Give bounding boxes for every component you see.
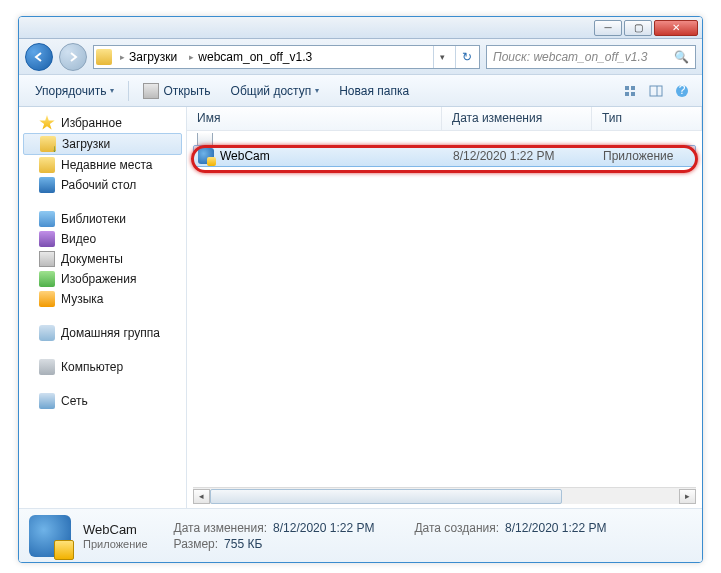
details-main: WebCam Приложение: [83, 522, 148, 550]
forward-button[interactable]: [59, 43, 87, 71]
toolbar-divider: [128, 81, 129, 101]
network-icon: [39, 393, 55, 409]
tree-libraries[interactable]: Библиотеки: [19, 209, 186, 229]
open-button[interactable]: Открыть: [135, 80, 218, 102]
svg-rect-0: [625, 86, 629, 90]
download-icon: [40, 136, 56, 152]
share-label: Общий доступ: [231, 84, 312, 98]
toolbar: Упорядочить ▾ Открыть Общий доступ ▾ Нов…: [19, 75, 702, 107]
folder-icon: [39, 157, 55, 173]
details-props: Дата изменения:8/12/2020 1:22 PM Размер:…: [174, 521, 607, 551]
svg-text:?: ?: [679, 84, 686, 97]
star-icon: [39, 115, 55, 131]
desktop-icon: [39, 177, 55, 193]
nav-row: ▸ Загрузки ▸ webcam_on_off_v1.3 ▾ ↻ Поис…: [19, 39, 702, 75]
svg-rect-4: [650, 86, 662, 96]
col-date[interactable]: Дата изменения: [442, 107, 592, 130]
titlebar: ─ ▢ ✕: [19, 17, 702, 39]
address-bar[interactable]: ▸ Загрузки ▸ webcam_on_off_v1.3 ▾ ↻: [93, 45, 480, 69]
music-icon: [39, 291, 55, 307]
column-headers: Имя Дата изменения Тип: [187, 107, 702, 131]
tree-downloads[interactable]: Загрузки: [23, 133, 182, 155]
file-date: 8/12/2020 1:22 PM: [453, 149, 603, 163]
horizontal-scrollbar[interactable]: ◂ ▸: [193, 487, 696, 504]
image-icon: [39, 271, 55, 287]
tree-label: Компьютер: [61, 360, 123, 374]
view-button[interactable]: [618, 80, 642, 102]
file-row-partial: [187, 133, 702, 145]
tree-label: Домашняя группа: [61, 326, 160, 340]
details-created-val: 8/12/2020 1:22 PM: [505, 521, 606, 535]
scroll-left-button[interactable]: ◂: [193, 489, 210, 504]
computer-icon: [39, 359, 55, 375]
body: Избранное Загрузки Недавние места Рабочи…: [19, 107, 702, 508]
toolbar-right: ?: [618, 80, 694, 102]
folder-icon: [96, 49, 112, 65]
scroll-track[interactable]: [210, 489, 679, 504]
scroll-thumb[interactable]: [210, 489, 562, 504]
tree-recent[interactable]: Недавние места: [19, 155, 186, 175]
help-button[interactable]: ?: [670, 80, 694, 102]
address-dropdown[interactable]: ▾: [433, 46, 451, 68]
tree-favorites[interactable]: Избранное: [19, 113, 186, 133]
tree-desktop[interactable]: Рабочий стол: [19, 175, 186, 195]
tree-label: Рабочий стол: [61, 178, 136, 192]
file-icon: [197, 133, 213, 145]
breadcrumb-seg[interactable]: ▸ webcam_on_off_v1.3: [185, 50, 316, 64]
tree-videos[interactable]: Видео: [19, 229, 186, 249]
breadcrumb-label: Загрузки: [129, 50, 177, 64]
organize-label: Упорядочить: [35, 84, 106, 98]
col-name[interactable]: Имя: [187, 107, 442, 130]
tree-label: Сеть: [61, 394, 88, 408]
details-modified-val: 8/12/2020 1:22 PM: [273, 521, 374, 535]
open-label: Открыть: [163, 84, 210, 98]
tree-documents[interactable]: Документы: [19, 249, 186, 269]
maximize-button[interactable]: ▢: [624, 20, 652, 36]
nav-tree: Избранное Загрузки Недавние места Рабочи…: [19, 107, 187, 508]
newfolder-label: Новая папка: [339, 84, 409, 98]
file-list-area: Имя Дата изменения Тип WebCam 8/12/2020 …: [187, 107, 702, 508]
tree-music[interactable]: Музыка: [19, 289, 186, 309]
library-icon: [39, 211, 55, 227]
search-input[interactable]: Поиск: webcam_on_off_v1.3 🔍: [486, 45, 696, 69]
details-created-key: Дата создания:: [414, 521, 499, 535]
breadcrumb-label: webcam_on_off_v1.3: [198, 50, 312, 64]
app-icon: [198, 148, 214, 164]
tree-label: Изображения: [61, 272, 136, 286]
tree-network[interactable]: Сеть: [19, 391, 186, 411]
tree-label: Недавние места: [61, 158, 152, 172]
preview-pane-button[interactable]: [644, 80, 668, 102]
tree-homegroup[interactable]: Домашняя группа: [19, 323, 186, 343]
svg-rect-1: [631, 86, 635, 90]
file-type: Приложение: [603, 149, 695, 163]
back-button[interactable]: [25, 43, 53, 71]
details-size-val: 755 КБ: [224, 537, 262, 551]
tree-computer[interactable]: Компьютер: [19, 357, 186, 377]
minimize-button[interactable]: ─: [594, 20, 622, 36]
file-rows: WebCam 8/12/2020 1:22 PM Приложение: [187, 131, 702, 487]
breadcrumb-seg[interactable]: ▸ Загрузки: [116, 50, 181, 64]
chevron-down-icon: ▾: [110, 86, 114, 95]
refresh-button[interactable]: ↻: [455, 46, 477, 68]
tree-label: Избранное: [61, 116, 122, 130]
tree-label: Документы: [61, 252, 123, 266]
file-row[interactable]: WebCam 8/12/2020 1:22 PM Приложение: [193, 145, 696, 167]
document-icon: [39, 251, 55, 267]
organize-button[interactable]: Упорядочить ▾: [27, 81, 122, 101]
col-type[interactable]: Тип: [592, 107, 702, 130]
details-type: Приложение: [83, 538, 148, 550]
tree-label: Библиотеки: [61, 212, 126, 226]
chevron-down-icon: ▾: [315, 86, 319, 95]
details-pane: WebCam Приложение Дата изменения:8/12/20…: [19, 508, 702, 562]
tree-pictures[interactable]: Изображения: [19, 269, 186, 289]
details-app-icon: [29, 515, 71, 557]
tree-label: Музыка: [61, 292, 103, 306]
scroll-right-button[interactable]: ▸: [679, 489, 696, 504]
close-button[interactable]: ✕: [654, 20, 698, 36]
search-icon: 🔍: [674, 50, 689, 64]
newfolder-button[interactable]: Новая папка: [331, 81, 417, 101]
details-modified-key: Дата изменения:: [174, 521, 268, 535]
tree-label: Загрузки: [62, 137, 110, 151]
share-button[interactable]: Общий доступ ▾: [223, 81, 328, 101]
chevron-right-icon: ▸: [189, 52, 194, 62]
